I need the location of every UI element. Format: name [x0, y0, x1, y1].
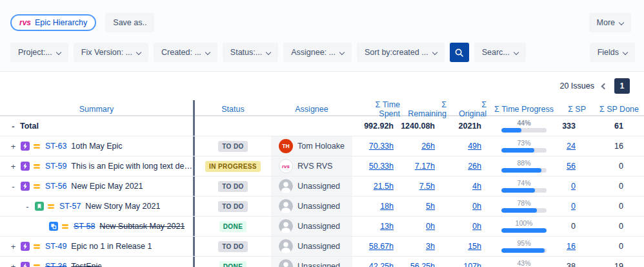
row-expander[interactable]: - [9, 182, 17, 191]
sp-link[interactable]: 0 [571, 182, 576, 191]
column-header-status[interactable]: Status [195, 105, 271, 114]
row-expander[interactable]: - [23, 202, 32, 211]
filter-project[interactable]: Project:... [10, 43, 68, 62]
progress-percent: 44% [517, 120, 530, 127]
page-1-button[interactable]: 1 [614, 78, 630, 94]
time-spent-link[interactable]: 58.67h [369, 242, 394, 251]
filter-assignee[interactable]: Assignee: ... [283, 43, 352, 62]
original-link[interactable]: 26h [468, 162, 481, 171]
save-as-button[interactable]: Save as.. [105, 13, 154, 32]
assignee-cell[interactable]: Unassigned [271, 237, 352, 256]
sp-value: 0 [571, 222, 576, 231]
original-link[interactable]: 0h [472, 202, 481, 211]
remaining-link[interactable]: 7.17h [415, 162, 435, 171]
original-link[interactable]: 107h [463, 262, 481, 267]
sp-link[interactable]: 0 [571, 202, 576, 211]
progress-cell: 74% [492, 176, 556, 196]
column-header-summary[interactable]: Summary [0, 100, 195, 118]
filter-status[interactable]: Status:... [223, 43, 278, 62]
unassigned-avatar-icon [279, 239, 293, 253]
row-expander[interactable]: + [9, 162, 17, 171]
progress-bar [501, 228, 547, 233]
sp-link[interactable]: 24 [567, 142, 576, 151]
remaining-link[interactable]: 56.25h [410, 262, 435, 267]
assignee-cell[interactable]: Unassigned [271, 176, 352, 196]
time-spent-link[interactable]: 50.33h [369, 162, 394, 171]
time-spent-link[interactable]: 13h [380, 222, 394, 231]
sp-cell: 0 [556, 197, 591, 216]
sp-done-cell: 0 [591, 197, 644, 216]
progress-percent: 100% [516, 220, 533, 227]
issue-key-link[interactable]: ST-56 [45, 182, 66, 191]
original-link[interactable]: 15h [468, 242, 481, 251]
issue-key-link[interactable]: ST-58 [74, 222, 95, 231]
status-badge[interactable]: TO DO [218, 141, 247, 152]
filter-search-text[interactable]: Searc... [474, 43, 526, 62]
sp-done-value: 0 [619, 162, 623, 171]
original-link[interactable]: 49h [468, 142, 481, 151]
column-header-remaining[interactable]: Σ Remaining [405, 100, 452, 118]
time-spent-link[interactable]: 70.33h [369, 142, 394, 151]
status-badge[interactable]: IN PROGRESS [205, 161, 261, 172]
sp-link[interactable]: 56 [567, 162, 576, 171]
original-link[interactable]: 0h [472, 222, 481, 231]
assignee-name: Unassigned [297, 222, 340, 231]
issue-key-link[interactable]: ST-36 [45, 262, 66, 267]
total-label: Total [20, 122, 39, 131]
assignee-cell[interactable]: rvsRVS RVS [271, 156, 352, 176]
remaining-link[interactable]: 5h [426, 202, 435, 211]
remaining-link[interactable]: 26h [421, 142, 435, 151]
assignee-cell[interactable]: THTom Holoake [271, 136, 352, 156]
total-progress-cell: 44% [492, 116, 556, 136]
row-expander[interactable]: + [9, 262, 17, 267]
total-sp-done: 61 [591, 116, 644, 136]
column-header-time-progress[interactable]: Σ Time Progress [492, 105, 556, 114]
sp-done-value: 19 [614, 262, 623, 267]
status-badge[interactable]: TO DO [218, 241, 247, 252]
sp-link[interactable]: 16 [567, 242, 576, 251]
issue-key-link[interactable]: ST-57 [59, 202, 81, 211]
remaining-link[interactable]: 3h [426, 242, 435, 251]
total-expander[interactable]: - [9, 122, 17, 131]
time-spent-link[interactable]: 42.25h [369, 262, 394, 267]
filter-sort-by[interactable]: Sort by:created ... [357, 43, 445, 62]
column-header-original[interactable]: Σ Original [452, 100, 492, 118]
status-badge[interactable]: TO DO [218, 181, 247, 192]
search-button[interactable] [450, 43, 469, 62]
column-header-assignee[interactable]: Assignee [271, 105, 352, 114]
remaining-link[interactable]: 0h [426, 222, 435, 231]
filter-fix-version[interactable]: Fix Version: ... [74, 43, 148, 62]
fields-button[interactable]: Fields [590, 43, 635, 62]
issue-summary: New Story May 2021 [85, 202, 160, 211]
time-spent-link[interactable]: 21.5h [374, 182, 394, 191]
column-header-sp[interactable]: Σ SP [556, 105, 591, 114]
more-button[interactable]: More [589, 13, 631, 32]
remaining-link[interactable]: 7.5h [419, 182, 435, 191]
remaining-cell: 56.25h [405, 257, 452, 267]
chevron-left-icon[interactable] [601, 83, 608, 89]
time-spent-link[interactable]: 18h [380, 202, 394, 211]
issue-key-link[interactable]: ST-49 [45, 242, 66, 251]
assignee-cell[interactable]: Unassigned [271, 217, 352, 236]
row-expander[interactable]: + [9, 142, 17, 151]
progress-cell: 95% [492, 237, 556, 256]
issue-key-link[interactable]: ST-59 [45, 162, 66, 171]
issue-key-link[interactable]: ST-63 [45, 142, 66, 151]
row-expander[interactable]: + [9, 242, 17, 251]
priority-medium-icon [33, 242, 41, 251]
epic-hierarchy-button[interactable]: rvs Epic Hierarchy [10, 14, 96, 31]
progress-bar [501, 248, 547, 253]
assignee-name: RVS RVS [297, 162, 332, 171]
status-badge[interactable]: DONE [219, 261, 247, 267]
status-badge[interactable]: DONE [219, 221, 247, 232]
column-header-sp-done[interactable]: Σ SP Done [591, 105, 644, 114]
assignee-cell[interactable]: Unassigned [271, 257, 352, 267]
assignee-cell[interactable]: Unassigned [271, 197, 352, 216]
priority-medium-icon [33, 162, 41, 171]
filter-created[interactable]: Created: ... [154, 43, 217, 62]
toolbar: rvs Epic Hierarchy Save as.. More [0, 0, 644, 37]
original-link[interactable]: 4h [472, 182, 481, 191]
issue-summary: TestEpic [71, 262, 101, 267]
status-badge[interactable]: TO DO [218, 201, 247, 212]
column-header-time-spent[interactable]: Σ Time Spent [352, 100, 405, 118]
